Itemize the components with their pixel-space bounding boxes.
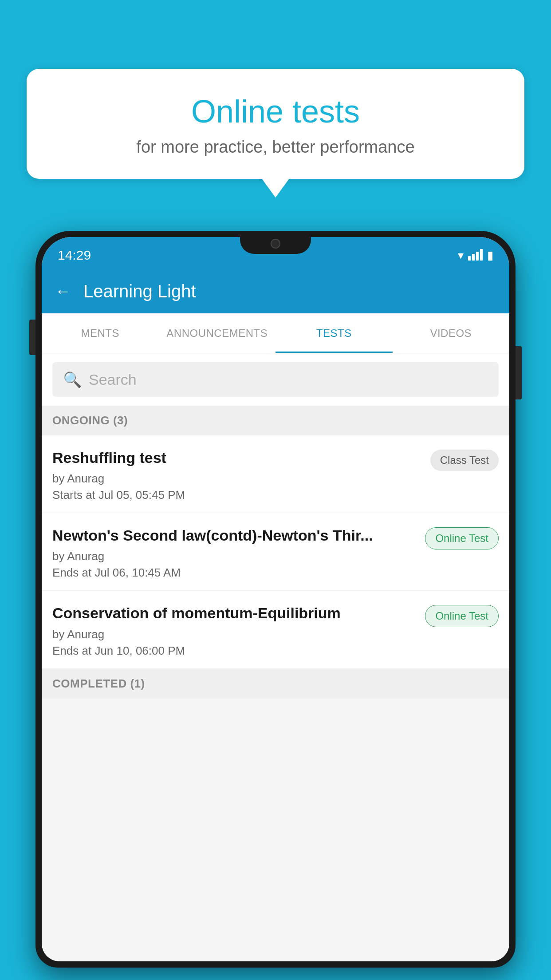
test-title-2: Newton's Second law(contd)-Newton's Thir… [52, 526, 418, 545]
phone-screen: 14:29 ▾ ▮ ← Learning Light [42, 237, 509, 961]
bubble-subtitle: for more practice, better performance [53, 138, 498, 157]
test-info-3: Conservation of momentum-Equilibrium by … [52, 603, 418, 657]
wifi-icon: ▾ [458, 249, 464, 262]
test-author-2: by Anurag [52, 549, 418, 563]
test-badge-3: Online Test [425, 605, 499, 627]
status-time: 14:29 [58, 248, 91, 263]
back-button[interactable]: ← [55, 282, 71, 300]
tab-bar: MENTS ANNOUNCEMENTS TESTS VIDEOS [42, 313, 509, 353]
search-icon: 🔍 [63, 371, 82, 388]
battery-icon: ▮ [487, 249, 493, 262]
test-badge-1: Class Test [430, 450, 499, 471]
test-item-3[interactable]: Conservation of momentum-Equilibrium by … [42, 591, 509, 668]
tab-announcements[interactable]: ANNOUNCEMENTS [159, 313, 276, 353]
test-item-1[interactable]: Reshuffling test by Anurag Starts at Jul… [42, 435, 509, 513]
app-header: ← Learning Light [42, 269, 509, 313]
test-item-2[interactable]: Newton's Second law(contd)-Newton's Thir… [42, 513, 509, 591]
tab-videos[interactable]: VIDEOS [393, 313, 510, 353]
test-info-2: Newton's Second law(contd)-Newton's Thir… [52, 526, 418, 580]
speech-bubble-container: Online tests for more practice, better p… [27, 69, 524, 179]
signal-icon [468, 250, 483, 261]
search-placeholder: Search [89, 371, 137, 388]
status-icons: ▾ ▮ [458, 249, 493, 262]
tab-tests[interactable]: TESTS [276, 313, 393, 353]
test-time-2: Ends at Jul 06, 10:45 AM [52, 566, 418, 580]
ongoing-section-header: ONGOING (3) [42, 406, 509, 435]
search-container: 🔍 Search [42, 353, 509, 406]
search-bar[interactable]: 🔍 Search [52, 362, 499, 397]
test-title-1: Reshuffling test [52, 448, 423, 467]
bubble-title: Online tests [53, 93, 498, 130]
test-time-3: Ends at Jun 10, 06:00 PM [52, 644, 418, 658]
test-badge-2: Online Test [425, 527, 499, 549]
app-content: ← Learning Light MENTS ANNOUNCEMENTS TES… [42, 269, 509, 961]
phone-notch [240, 231, 311, 254]
test-author-3: by Anurag [52, 628, 418, 641]
test-time-1: Starts at Jul 05, 05:45 PM [52, 488, 423, 502]
test-info-1: Reshuffling test by Anurag Starts at Jul… [52, 448, 423, 502]
speech-bubble: Online tests for more practice, better p… [27, 69, 524, 179]
phone-camera [271, 239, 280, 249]
app-title: Learning Light [83, 281, 196, 301]
phone-outer: 14:29 ▾ ▮ ← Learning Light [35, 231, 516, 968]
tab-ments[interactable]: MENTS [42, 313, 159, 353]
phone-container: 14:29 ▾ ▮ ← Learning Light [35, 231, 516, 980]
test-author-1: by Anurag [52, 472, 423, 486]
completed-section-header: COMPLETED (1) [42, 669, 509, 699]
test-title-3: Conservation of momentum-Equilibrium [52, 603, 418, 623]
test-list: Reshuffling test by Anurag Starts at Jul… [42, 435, 509, 669]
